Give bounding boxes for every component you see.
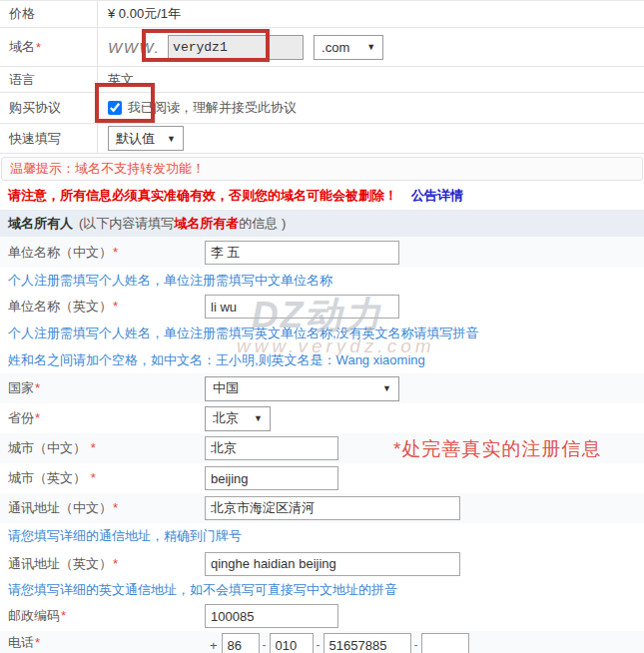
org-name-en-label: 单位名称（英文）* [0,298,205,316]
phone-number-input[interactable] [323,633,411,653]
chevron-down-icon: ▼ [167,134,176,144]
city-en-row: 城市（英文） * [0,463,644,493]
phone-extension-input[interactable] [421,633,469,653]
country-select[interactable]: 中国 ▼ [205,376,399,401]
chevron-down-icon: ▼ [382,383,391,393]
city-cn-label: 城市（中文） * [0,439,205,457]
domain-registration-form: 价格 ¥ 0.00元/1年 域名* WWW. .com ▼ 语言 英文 [0,0,644,653]
address-cn-input[interactable] [205,496,460,520]
side-annotation: *处完善真实的注册信息 [393,436,601,462]
agreement-row: 购买协议 我已阅读，理解并接受此协议 [0,93,644,124]
warning-line: 请注意，所有信息必须真实准确有效，否则您的域名可能会被删除！ 公告详情 [0,181,644,210]
phone-country-code-input[interactable] [222,633,260,653]
address-en-input[interactable] [205,552,460,576]
phone-area-code-input[interactable] [270,633,314,653]
warning-text: 请注意，所有信息必须真实准确有效，否则您的域名可能会被删除！ [8,187,397,205]
phone-separator: - [317,638,321,652]
language-value: 英文 [108,71,134,89]
org-name-en-helper-1: 个人注册需填写个人姓名，单位注册需填写英文单位名称,没有英文名称请填写拼音 [0,320,644,346]
zip-row: 邮政编码* [0,601,644,631]
org-name-en-input[interactable] [205,295,399,319]
price-label: 价格 [0,1,98,27]
province-selected-value: 北京 [213,409,239,427]
org-name-cn-label: 单位名称（中文）* [0,244,205,262]
domain-label: 域名* [0,28,98,66]
price-row: 价格 ¥ 0.00元/1年 [0,1,644,28]
org-name-cn-input[interactable] [205,241,399,265]
quickfill-selected-value: 默认值 [116,130,155,148]
chevron-down-icon: ▼ [366,42,375,52]
address-en-row: 通讯地址（英文）* [0,548,644,579]
tip-notice: 温馨提示：域名不支持转发功能！ [1,157,643,181]
phone-label: 电话* [0,634,205,652]
owner-section-title: 域名所有人 [8,215,73,233]
owner-section-header: 域名所有人 (以下内容请填写域名所有者的信息 ) [0,210,644,237]
zip-input[interactable] [205,604,338,628]
org-name-cn-helper: 个人注册需填写个人姓名，单位注册需填写中文单位名称 [0,268,644,294]
province-row: 省份* 北京 ▼ [0,403,644,433]
quickfill-select[interactable]: 默认值 ▼ [108,126,184,151]
org-name-en-helper-2: 姓和名之间请加个空格，如中文名：王小明,则英文名是：Wang xiaoming [0,346,644,373]
language-row: 语言 英文 [0,67,644,93]
city-en-label: 城市（英文） * [0,469,205,487]
address-en-label: 通讯地址（英文）* [0,555,205,573]
agreement-checkbox-label[interactable]: 我已阅读，理解并接受此协议 [128,99,297,117]
language-label: 语言 [0,67,98,92]
address-cn-row: 通讯地址（中文）* [0,493,644,523]
www-prefix: WWW. [108,39,160,56]
price-value: ¥ 0.00元/1年 [108,5,181,23]
phone-separator: - [263,638,267,652]
country-label: 国家* [0,379,205,397]
city-en-input[interactable] [205,466,338,490]
tip-text: 温馨提示：域名不支持转发功能！ [10,160,205,178]
phone-row: 电话* + - - - [0,631,644,653]
org-name-cn-row: 单位名称（中文）* [0,237,644,268]
required-asterisk: * [36,40,41,55]
zip-label: 邮政编码* [0,607,205,625]
city-cn-input[interactable] [205,436,338,460]
country-selected-value: 中国 [213,379,239,397]
tld-select[interactable]: .com ▼ [314,35,383,60]
tld-selected-value: .com [322,40,349,55]
address-en-helper: 请您填写详细的英文通信地址，如不会填写可直接写中文地址的拼音 [0,579,644,601]
domain-row: 域名* WWW. .com ▼ [0,28,644,67]
quickfill-label: 快速填写 [0,124,98,153]
chevron-down-icon: ▼ [254,413,263,423]
domain-name-input[interactable] [168,35,304,60]
agreement-checkbox[interactable] [108,101,122,115]
country-row: 国家* 中国 ▼ [0,373,644,403]
org-name-en-row: 单位名称（英文）* [0,294,644,320]
phone-plus-sign: + [210,638,218,653]
owner-section-subtitle: (以下内容请填写域名所有者的信息 ) [79,215,286,233]
address-cn-label: 通讯地址（中文）* [0,499,205,517]
agreement-label: 购买协议 [0,93,98,123]
province-label: 省份* [0,409,205,427]
announcement-details-link[interactable]: 公告详情 [411,187,463,205]
domain-attributes-table: 价格 ¥ 0.00元/1年 域名* WWW. .com ▼ 语言 英文 [0,0,644,154]
quickfill-row: 快速填写 默认值 ▼ [0,124,644,154]
address-cn-helper: 请您填写详细的通信地址，精确到门牌号 [0,523,644,548]
province-select[interactable]: 北京 ▼ [205,406,271,431]
phone-separator: - [414,638,418,652]
city-cn-row: 城市（中文） * *处完善真实的注册信息 [0,433,644,463]
owner-highlight: 域名所有者 [174,216,239,231]
